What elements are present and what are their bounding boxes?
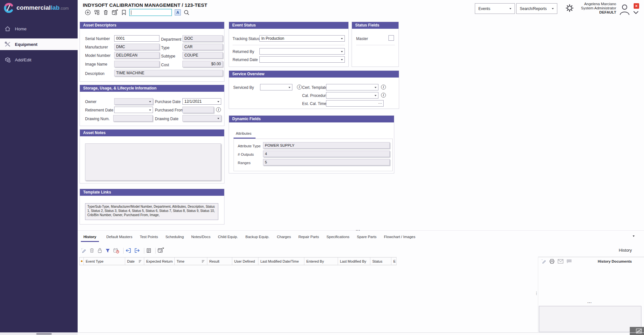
tab-spare-parts[interactable]: Spare Parts bbox=[357, 235, 377, 241]
returned-date-dropdown[interactable] bbox=[259, 56, 345, 63]
tab-flowchart-images[interactable]: Flowchart / Images bbox=[384, 235, 415, 241]
est-cal-time-field[interactable]: … bbox=[326, 100, 384, 107]
column-header[interactable]: Status bbox=[370, 257, 391, 265]
serviced-by-info-icon[interactable]: i bbox=[297, 85, 302, 89]
wand-edit-icon[interactable] bbox=[81, 248, 86, 253]
tab-overflow-icon[interactable] bbox=[633, 237, 635, 243]
serviced-by-dropdown[interactable] bbox=[260, 84, 292, 90]
ellipsis-button[interactable]: … bbox=[378, 100, 382, 105]
drawing-num-field[interactable] bbox=[113, 115, 153, 121]
events-dropdown[interactable]: Events bbox=[475, 3, 515, 14]
scrollbar-thumb[interactable] bbox=[36, 333, 52, 335]
column-header[interactable]: User Defined bbox=[232, 257, 258, 265]
asset-notes-textarea[interactable] bbox=[85, 143, 221, 181]
calendar-cancel-icon[interactable] bbox=[113, 248, 119, 254]
lock-icon[interactable] bbox=[97, 248, 102, 253]
column-header[interactable]: E bbox=[391, 257, 397, 265]
purchase-date-dropdown[interactable]: 12/1/2021 bbox=[182, 98, 221, 105]
bookmark-icon[interactable] bbox=[121, 9, 126, 16]
docs-splitter-handle[interactable]: ... bbox=[587, 299, 592, 304]
sidebar-item-add-edit[interactable]: Add/Edit bbox=[0, 54, 78, 66]
details-list-icon[interactable] bbox=[146, 248, 151, 253]
tab-repair-parts[interactable]: Repair Parts bbox=[298, 235, 319, 241]
tab-child-equip[interactable]: Child Equip. bbox=[218, 235, 238, 241]
indicator-column[interactable] bbox=[80, 257, 84, 265]
column-header[interactable]: Event Type bbox=[84, 257, 125, 265]
purchased-from-info-icon[interactable]: i bbox=[216, 107, 221, 112]
tab-attributes[interactable]: Attributes bbox=[236, 130, 252, 137]
sidebar-item-equipment[interactable]: Equipment bbox=[0, 38, 78, 50]
delete-event-icon[interactable] bbox=[89, 248, 94, 253]
delete-record-icon[interactable] bbox=[103, 9, 109, 16]
no-image-button[interactable] bbox=[630, 327, 644, 335]
column-header[interactable]: Result bbox=[207, 257, 232, 265]
cert-template-dropdown[interactable] bbox=[326, 84, 378, 90]
panel-title: Asset Descriptors bbox=[80, 22, 224, 29]
tab-charges[interactable]: Charges bbox=[277, 235, 291, 241]
column-header[interactable]: Expected Return bbox=[144, 257, 175, 265]
sidebar-hscrollbar[interactable] bbox=[0, 332, 78, 335]
image-name-field[interactable] bbox=[114, 61, 159, 67]
auto-search-toggle-button[interactable]: A bbox=[175, 9, 181, 16]
tab-notes-docs[interactable]: Notes/Docs bbox=[191, 235, 210, 241]
filter-icon[interactable] bbox=[105, 248, 110, 253]
outputs-field[interactable]: 4 bbox=[263, 151, 390, 157]
commerciallab-logo[interactable]: commerciallab.com bbox=[3, 2, 69, 13]
panel-asset-notes: Asset Notes bbox=[80, 129, 224, 183]
chevron-down-icon[interactable] bbox=[633, 11, 639, 14]
avatar[interactable] bbox=[618, 3, 631, 16]
search-reports-dropdown[interactable]: Search/Reports bbox=[516, 3, 557, 14]
sidebar-item-home[interactable]: Home bbox=[0, 23, 78, 35]
add-record-icon[interactable] bbox=[85, 9, 91, 16]
owner-dropdown[interactable] bbox=[114, 98, 153, 105]
column-header[interactable]: Date bbox=[125, 257, 144, 265]
tab-test-points[interactable]: Test Points bbox=[140, 235, 158, 241]
column-header[interactable]: Time bbox=[175, 257, 207, 265]
field-label: Ranges bbox=[238, 160, 251, 166]
cert-template-info-icon[interactable]: i bbox=[381, 85, 386, 89]
description-field[interactable]: TIME MACHINE bbox=[114, 70, 223, 76]
ranges-field[interactable]: 5 bbox=[263, 159, 390, 165]
tab-backup-equip[interactable]: Backup Equip. bbox=[246, 235, 269, 241]
purchased-from-field[interactable] bbox=[182, 107, 214, 113]
column-header[interactable]: Entered By bbox=[304, 257, 338, 265]
cal-procedure-dropdown[interactable] bbox=[326, 92, 378, 99]
check-out-icon[interactable] bbox=[134, 248, 140, 253]
department-field[interactable]: DOC bbox=[182, 35, 223, 42]
returned-by-dropdown[interactable] bbox=[259, 48, 345, 55]
serial-number-field[interactable]: 0001 bbox=[114, 35, 159, 42]
calendar-dropdown-icon[interactable] bbox=[158, 247, 164, 254]
attribute-type-field[interactable]: POWER SUPPLY bbox=[263, 142, 390, 149]
splitter-handle[interactable]: ... bbox=[356, 227, 360, 232]
tab-scheduling[interactable]: Scheduling bbox=[165, 235, 184, 241]
model-number-field[interactable]: DELOREAN bbox=[114, 52, 159, 58]
subtype-field[interactable]: COUPE bbox=[182, 52, 223, 58]
quick-search-input[interactable] bbox=[129, 9, 172, 16]
email-icon[interactable] bbox=[558, 259, 563, 264]
manufacturer-field[interactable]: DMC bbox=[114, 44, 159, 50]
tracking-status-dropdown[interactable]: In Production bbox=[259, 35, 345, 42]
type-field[interactable]: CAR bbox=[182, 44, 223, 50]
master-checkbox[interactable] bbox=[388, 35, 394, 41]
tab-default-masters[interactable]: Default Masters bbox=[106, 235, 133, 241]
column-header[interactable]: Last Modified By bbox=[338, 257, 370, 265]
retirement-date-dropdown[interactable] bbox=[114, 107, 153, 113]
tools-icon bbox=[5, 41, 11, 47]
column-header[interactable]: Last Modified Date/Time bbox=[258, 257, 304, 265]
drawing-date-dropdown[interactable] bbox=[182, 115, 221, 121]
clone-record-icon[interactable] bbox=[94, 9, 100, 16]
wand-edit-icon[interactable] bbox=[541, 259, 546, 264]
horizontal-splitter[interactable] bbox=[78, 230, 644, 231]
close-icon[interactable]: ✕ bbox=[634, 3, 639, 9]
cal-procedure-info-icon[interactable]: i bbox=[381, 93, 386, 98]
calendar-menu-icon[interactable] bbox=[112, 9, 118, 16]
check-in-icon[interactable] bbox=[126, 248, 131, 253]
field-label: Owner bbox=[85, 99, 96, 105]
search-icon[interactable] bbox=[184, 10, 190, 16]
vertical-splitter-handle[interactable]: ⋮ bbox=[534, 292, 539, 294]
tab-specifications[interactable]: Specifications bbox=[326, 235, 349, 241]
cost-field[interactable]: $0.00 bbox=[182, 61, 223, 67]
page-title: INDYSOFT CALIBRATION MANAGEMENT / 123-TE… bbox=[83, 2, 207, 8]
print-icon[interactable] bbox=[549, 259, 555, 264]
tab-history[interactable]: History bbox=[81, 235, 99, 242]
